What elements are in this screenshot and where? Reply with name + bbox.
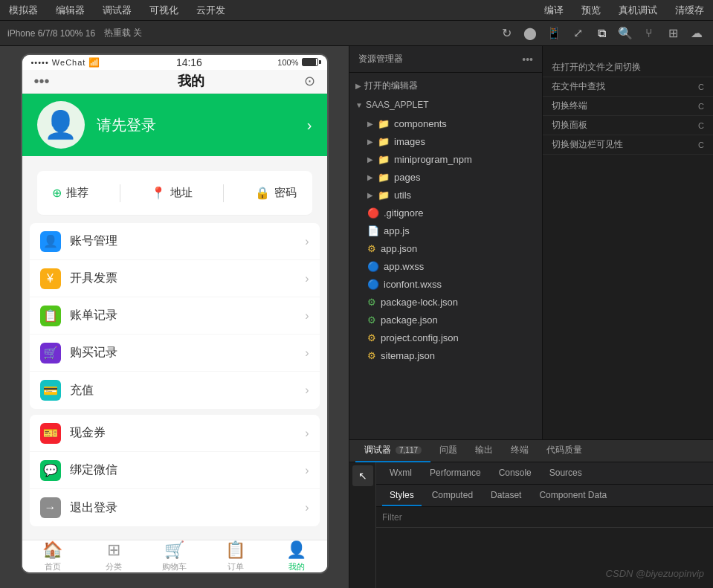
components-folder-icon: 📁 — [378, 118, 390, 129]
menu-item-logout[interactable]: → 退出登录 › — [30, 489, 320, 526]
sec-tab-styles[interactable]: Styles — [382, 485, 422, 506]
menu-item-invoice[interactable]: ¥ 开具发票 › — [30, 260, 320, 297]
logout-label: 退出登录 — [70, 500, 297, 516]
profile-header[interactable]: 👤 请先登录 › — [22, 94, 327, 156]
menu-editor[interactable]: 编辑器 — [53, 2, 88, 19]
tree-item-components[interactable]: ▶ 📁 components — [349, 114, 542, 132]
inner-tab-sources[interactable]: Sources — [542, 463, 590, 484]
stop-icon[interactable]: ⬤ — [521, 25, 539, 42]
menu-item-account[interactable]: 👤 账号管理 › — [30, 223, 320, 260]
more-icon[interactable]: ☁ — [688, 25, 706, 42]
tree-item-pkg[interactable]: ⚙ package.json — [349, 311, 542, 329]
tree-item-npm[interactable]: ▶ 📁 miniprogram_npm — [349, 150, 542, 168]
debug-tab-terminal[interactable]: 终端 — [502, 440, 538, 462]
shortcut-key-1: C — [698, 83, 704, 91]
address-label: 地址 — [170, 186, 193, 200]
utils-folder-icon: 📁 — [378, 190, 390, 201]
menu-compile[interactable]: 编译 — [541, 2, 567, 19]
profile-arrow-icon[interactable]: › — [307, 117, 312, 134]
order-icon: 📋 — [225, 540, 245, 560]
pkg-label: package.json — [381, 314, 438, 326]
explorer-more-icon[interactable]: ••• — [522, 54, 533, 65]
tree-item-utils[interactable]: ▶ 📁 utils — [349, 186, 542, 204]
refresh-icon[interactable]: ↻ — [497, 25, 515, 42]
file-tree: ▶ 打开的编辑器 ▼ SAAS_APPLET ▶ 📁 components — [349, 73, 542, 439]
search-icon[interactable]: 🔍 — [616, 25, 634, 42]
menu-preview[interactable]: 预览 — [578, 2, 604, 19]
menu-real-debug[interactable]: 真机调试 — [616, 2, 660, 19]
debug-cursor-icon[interactable]: ↖ — [352, 465, 373, 486]
sec-tab-dataset[interactable]: Dataset — [483, 485, 529, 506]
project-section[interactable]: ▼ SAAS_APPLET — [349, 95, 542, 114]
debug-tab-debugger-label: 调试器 — [364, 444, 391, 456]
tree-item-appwxss[interactable]: 🔵 app.wxss — [349, 257, 542, 275]
debug-tab-output[interactable]: 输出 — [466, 440, 502, 462]
recommend-label: 推荐 — [66, 186, 88, 200]
circle-icon[interactable]: ⊙ — [304, 73, 315, 89]
explorer-title: 资源管理器 — [358, 53, 522, 65]
components-arrow-icon: ▶ — [367, 120, 373, 128]
debug-inner-tab-bar: Wxml Performance Console Sources — [376, 462, 713, 485]
phone-icon[interactable]: 📱 — [545, 25, 563, 42]
grid-icon[interactable]: ⊞ — [664, 25, 682, 42]
tree-item-images[interactable]: ▶ 📁 images — [349, 132, 542, 150]
menu-debugger[interactable]: 调试器 — [100, 2, 135, 19]
tree-item-projectconfig[interactable]: ⚙ project.config.json — [349, 329, 542, 346]
menu-item-recharge[interactable]: 💳 充值 › — [30, 372, 320, 409]
menu-simulator[interactable]: 模拟器 — [6, 2, 41, 19]
debugger-panel: 调试器 7,117 问题 输出 终端 代码质量 ↖ — [349, 439, 713, 588]
logout-arrow-icon: › — [305, 501, 309, 514]
sec-tab-computed[interactable]: Computed — [425, 485, 480, 506]
dots-icon[interactable]: ••• — [34, 73, 50, 90]
utils-arrow-icon: ▶ — [367, 191, 373, 199]
nav-category[interactable]: ⊞ 分类 — [83, 540, 144, 572]
tree-item-iconfont[interactable]: 🔵 iconfont.wxss — [349, 275, 542, 293]
quick-action-address[interactable]: 📍 地址 — [151, 186, 193, 200]
debug-tab-issues[interactable]: 问题 — [430, 440, 466, 462]
inner-tab-performance[interactable]: Performance — [422, 463, 488, 484]
shortcut-toggle-terminal: 切换终端 C — [543, 97, 713, 116]
watermark-text: CSDN @biyezuopinvip — [606, 568, 704, 579]
purchase-icon: 🛒 — [40, 343, 61, 364]
menu-clear-cache[interactable]: 清缓存 — [672, 2, 707, 19]
expand-icon[interactable]: ⤢ — [569, 25, 587, 42]
menu-visual[interactable]: 可视化 — [146, 2, 181, 19]
nav-cart[interactable]: 🛒 购物车 — [144, 540, 205, 572]
nav-mine[interactable]: 👤 我的 — [266, 540, 327, 572]
iconfont-label: iconfont.wxss — [384, 279, 442, 290]
nav-home[interactable]: 🏠 首页 — [22, 540, 83, 572]
tree-item-sitemap[interactable]: ⚙ sitemap.json — [349, 346, 542, 364]
menu-item-bill[interactable]: 📋 账单记录 › — [30, 297, 320, 335]
inner-tab-wxml[interactable]: Wxml — [382, 463, 419, 484]
utils-label: utils — [394, 190, 411, 201]
menu-item-wechat-bind[interactable]: 💬 绑定微信 › — [30, 452, 320, 489]
quick-actions-bar: ⊕ 推荐 📍 地址 🔒 密码 — [37, 171, 312, 216]
menu-item-purchase[interactable]: 🛒 购买记录 › — [30, 335, 320, 372]
quick-action-recommend[interactable]: ⊕ 推荐 — [52, 186, 88, 200]
git-icon[interactable]: ⑂ — [640, 25, 658, 42]
tree-item-appjson[interactable]: ⚙ app.json — [349, 239, 542, 257]
debug-tab-quality[interactable]: 代码质量 — [538, 440, 591, 462]
debug-tab-quality-label: 代码质量 — [546, 444, 582, 456]
debug-tab-debugger[interactable]: 调试器 7,117 — [355, 440, 430, 462]
images-arrow-icon: ▶ — [367, 138, 373, 146]
nav-order[interactable]: 📋 订单 — [205, 540, 266, 572]
npm-arrow-icon: ▶ — [367, 155, 373, 164]
quick-action-password[interactable]: 🔒 密码 — [255, 186, 297, 200]
coupon-icon: 🎫 — [40, 423, 61, 444]
sec-tab-component-data[interactable]: Component Data — [532, 485, 614, 506]
pages-icon[interactable]: ⧉ — [593, 25, 610, 42]
hot-reload-toggle[interactable]: 热重载 关 — [104, 27, 142, 39]
bill-icon: 📋 — [40, 306, 61, 326]
filter-input[interactable] — [382, 512, 707, 523]
tree-item-pkglock[interactable]: ⚙ package-lock.json — [349, 293, 542, 311]
tree-item-gitignore[interactable]: 🔴 .gitignore — [349, 204, 542, 222]
open-editors-section[interactable]: ▶ 打开的编辑器 — [349, 76, 542, 95]
address-icon: 📍 — [151, 186, 166, 200]
menu-item-coupon[interactable]: 🎫 现金券 › — [30, 415, 320, 452]
menu-cloud[interactable]: 云开发 — [193, 2, 228, 19]
inner-tab-console[interactable]: Console — [491, 463, 539, 484]
tree-item-appjs[interactable]: 📄 app.js — [349, 222, 542, 239]
pages-label: pages — [394, 172, 420, 183]
tree-item-pages[interactable]: ▶ 📁 pages — [349, 168, 542, 186]
